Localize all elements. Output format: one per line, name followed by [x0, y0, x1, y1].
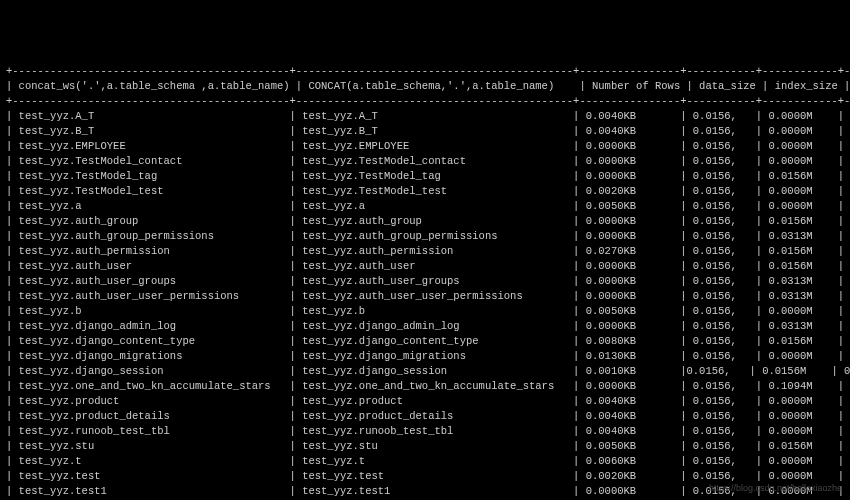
- table-row: | test_yyz.auth_group_permissions | test…: [6, 229, 844, 244]
- table-row: | test_yyz.django_content_type | test_yy…: [6, 334, 844, 349]
- table-row: | test_yyz.a | test_yyz.a | 0.0050KB | 0…: [6, 199, 844, 214]
- table-row: | test_yyz.EMPLOYEE | test_yyz.EMPLOYEE …: [6, 139, 844, 154]
- watermark: https://blog.csdn.net/helloxiaozhe: [709, 481, 842, 496]
- table-row: | test_yyz.runoob_test_tbl | test_yyz.ru…: [6, 424, 844, 439]
- table-row: | test_yyz.TestModel_tag | test_yyz.Test…: [6, 169, 844, 184]
- table-row: | test_yyz.b | test_yyz.b | 0.0050KB | 0…: [6, 304, 844, 319]
- table-border: +---------------------------------------…: [6, 94, 844, 109]
- table-row: | test_yyz.A_T | test_yyz.A_T | 0.0040KB…: [6, 109, 844, 124]
- table-row: | test_yyz.product | test_yyz.product | …: [6, 394, 844, 409]
- table-row: | test_yyz.auth_user | test_yyz.auth_use…: [6, 259, 844, 274]
- table-row: | test_yyz.auth_permission | test_yyz.au…: [6, 244, 844, 259]
- sql-result-output: +---------------------------------------…: [6, 64, 844, 500]
- table-row: | test_yyz.django_admin_log | test_yyz.d…: [6, 319, 844, 334]
- table-row: | test_yyz.product_details | test_yyz.pr…: [6, 409, 844, 424]
- table-row: | test_yyz.TestModel_contact | test_yyz.…: [6, 154, 844, 169]
- table-row: | test_yyz.django_migrations | test_yyz.…: [6, 349, 844, 364]
- table-row: | test_yyz.TestModel_test | test_yyz.Tes…: [6, 184, 844, 199]
- table-row: | test_yyz.stu | test_yyz.stu | 0.0050KB…: [6, 439, 844, 454]
- table-border: +---------------------------------------…: [6, 64, 844, 79]
- table-row: | test_yyz.auth_user_user_permissions | …: [6, 289, 844, 304]
- table-row: | test_yyz.auth_user_groups | test_yyz.a…: [6, 274, 844, 289]
- table-border: | concat_ws('.',a.table_schema ,a.table_…: [6, 79, 844, 94]
- table-row: | test_yyz.auth_group | test_yyz.auth_gr…: [6, 214, 844, 229]
- table-row: | test_yyz.django_session | test_yyz.dja…: [6, 364, 844, 379]
- table-row: | test_yyz.B_T | test_yyz.B_T | 0.0040KB…: [6, 124, 844, 139]
- table-row: | test_yyz.one_and_two_kn_accumulate_sta…: [6, 379, 844, 394]
- table-row: | test_yyz.t | test_yyz.t | 0.0060KB | 0…: [6, 454, 844, 469]
